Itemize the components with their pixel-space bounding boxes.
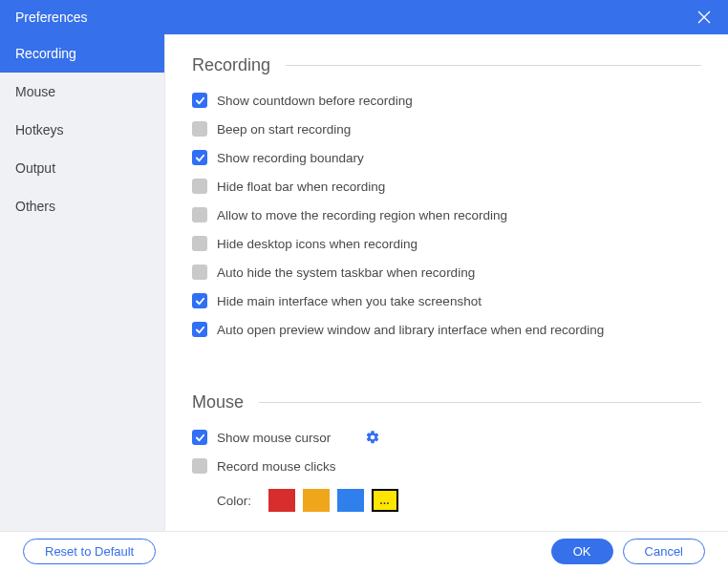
checkbox[interactable] [192,150,207,165]
option-label: Show mouse cursor [217,431,331,445]
sidebar-item-output[interactable]: Output [0,149,164,187]
sidebar: Recording Mouse Hotkeys Output Others [0,34,165,531]
section-divider [286,65,701,66]
sidebar-item-mouse[interactable]: Mouse [0,73,164,111]
color-row: Color: … [217,489,701,512]
color-label: Color: [217,494,251,508]
window-title: Preferences [15,10,87,25]
section-title-text: Mouse [192,392,244,412]
option-row: Show countdown before recording [192,93,701,108]
checkbox[interactable] [192,264,207,280]
sidebar-item-hotkeys[interactable]: Hotkeys [0,111,164,149]
close-icon[interactable] [696,9,713,26]
checkbox[interactable] [192,293,207,308]
checkbox[interactable] [192,458,207,474]
checkbox[interactable] [192,236,207,251]
cancel-button[interactable]: Cancel [623,539,705,564]
ok-button[interactable]: OK [551,539,613,564]
section-title-recording: Recording [192,55,701,75]
checkbox[interactable] [192,207,207,222]
sidebar-item-label: Mouse [15,84,55,99]
body: Recording Mouse Hotkeys Output Others Re… [0,34,728,531]
option-row: Hide main interface when you take screen… [192,293,701,308]
sidebar-item-label: Output [15,160,55,176]
option-label: Auto open preview window and library int… [217,323,604,337]
option-label: Beep on start recording [217,122,351,137]
option-row: Show mouse cursor [192,430,701,445]
gear-icon[interactable] [365,430,380,445]
color-swatch[interactable] [337,489,364,512]
main-panel: Recording Show countdown before recordin… [165,34,728,531]
color-swatch[interactable] [268,489,295,512]
checkbox[interactable] [192,179,207,194]
more-colors-button[interactable]: … [372,489,398,512]
option-label: Hide desktop icons when recording [217,237,418,251]
section-title-text: Recording [192,55,270,75]
option-label: Hide float bar when recording [217,180,385,194]
titlebar: Preferences [0,0,728,34]
option-row: Show recording boundary [192,150,701,165]
checkbox[interactable] [192,430,207,445]
option-row: Hide desktop icons when recording [192,236,701,251]
sidebar-item-label: Recording [15,46,76,61]
sidebar-item-others[interactable]: Others [0,187,164,225]
option-row: Record mouse clicks [192,458,701,474]
option-label: Show recording boundary [217,151,364,165]
option-label: Auto hide the system taskbar when record… [217,265,475,280]
footer: Reset to Default OK Cancel [0,531,728,571]
option-row: Beep on start recording [192,121,701,137]
section-divider [259,402,701,403]
color-swatch[interactable] [303,489,330,512]
checkbox[interactable] [192,322,207,337]
option-row: Hide float bar when recording [192,179,701,194]
option-label: Record mouse clicks [217,459,336,474]
sidebar-item-label: Hotkeys [15,122,64,137]
sidebar-item-recording[interactable]: Recording [0,34,164,73]
option-label: Allow to move the recording region when … [217,208,507,222]
section-title-mouse: Mouse [192,392,701,412]
option-row: Auto hide the system taskbar when record… [192,264,701,280]
checkbox[interactable] [192,121,207,137]
option-row: Auto open preview window and library int… [192,322,701,337]
option-label: Show countdown before recording [217,94,413,108]
reset-button[interactable]: Reset to Default [23,539,156,564]
sidebar-item-label: Others [15,199,55,214]
checkbox[interactable] [192,93,207,108]
option-label: Hide main interface when you take screen… [217,294,482,308]
option-row: Allow to move the recording region when … [192,207,701,222]
